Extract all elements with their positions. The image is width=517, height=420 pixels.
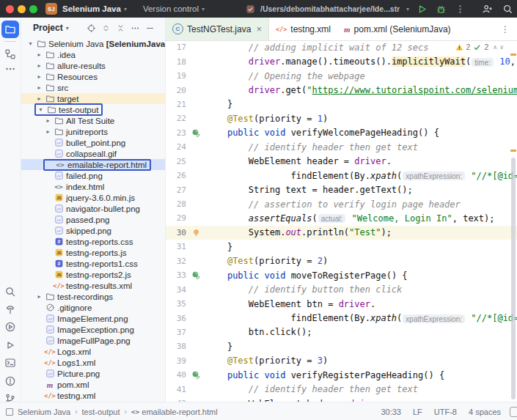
chevron-spacer[interactable]	[43, 271, 53, 278]
breadcrumb-emailable-report-html[interactable]: emailable-report.html	[142, 408, 217, 416]
tree-item-imageelement-png[interactable]: ImageElement.png	[21, 313, 165, 324]
code-line-25[interactable]: 25 WebElement header = driver.	[166, 155, 517, 169]
tree-item-test-recordings[interactable]: ▸test-recordings	[21, 291, 165, 302]
tree-item-logs1-xml[interactable]: </>Logs1.xml	[21, 357, 165, 368]
line-number[interactable]: 23	[166, 128, 186, 138]
chevron-spacer[interactable]	[45, 161, 54, 168]
problems-tool-button[interactable]	[1, 372, 19, 390]
line-number[interactable]: 32	[166, 257, 186, 266]
tab-pom-xml-seleniumjava[interactable]: mpom.xml (SeleniumJava)	[337, 18, 458, 40]
chevron-spacer[interactable]	[43, 150, 53, 157]
chevron-spacer[interactable]	[43, 249, 53, 256]
code-line-32[interactable]: 32 @Test(priority = 2)	[166, 254, 517, 268]
tree-item-target[interactable]: ▸target	[21, 93, 165, 104]
code-line-24[interactable]: 24 // identify header then get text	[166, 140, 517, 154]
chevron-spacer[interactable]	[43, 216, 53, 223]
breadcrumb-selenium-java[interactable]: Selenium Java	[18, 408, 70, 416]
tree-item-selenium-java[interactable]: ▾Selenium Java [SeleniumJava]~/IdeaProje…	[21, 38, 165, 49]
minimize-window-button[interactable]	[18, 5, 26, 13]
chevron-open-icon[interactable]: ▾	[26, 40, 35, 47]
chevron-closed-icon[interactable]: ▸	[43, 128, 53, 135]
code-line-36[interactable]: 36 findElement(By.xpath(xpathExpression:…	[166, 311, 517, 325]
tree-item-emailable-report-html[interactable]: <>emailable-report.html	[21, 159, 165, 170]
chevron-closed-icon[interactable]: ▸	[34, 95, 44, 102]
chevron-closed-icon[interactable]: ▸	[34, 293, 44, 300]
code-line-40[interactable]: 40 public void verifyRegisterPageHeading…	[166, 368, 517, 382]
line-number[interactable]: 38	[166, 342, 186, 351]
tree-item-test-output[interactable]: ▾test-output	[21, 104, 165, 115]
line-number[interactable]: 35	[166, 299, 186, 309]
tree-item-allure-results[interactable]: ▸allure-results	[21, 60, 165, 71]
code-line-33[interactable]: 33 public void moveToRegisterPage() {	[166, 268, 517, 282]
debug-button[interactable]	[435, 3, 447, 15]
line-number[interactable]: 39	[166, 356, 186, 366]
tree-item-logs-xml[interactable]: </>Logs.xml	[21, 346, 165, 357]
chevron-closed-icon[interactable]: ▸	[34, 51, 44, 58]
line-number[interactable]: 29	[166, 213, 186, 223]
line-number[interactable]: 27	[166, 185, 186, 195]
code-line-31[interactable]: 31 }	[166, 240, 517, 254]
line-number[interactable]: 37	[166, 328, 186, 337]
tree-item-all-test-suite[interactable]: ▸All Test Suite	[21, 115, 165, 126]
inspections-widget[interactable]: 2 2 ∧∨	[453, 42, 508, 52]
line-number[interactable]: 30	[166, 228, 186, 237]
tree-item-bullet-point-png[interactable]: bullet_point.png	[21, 137, 165, 148]
tree-item-passed-png[interactable]: passed.png	[21, 214, 165, 225]
project-tool-button[interactable]	[1, 21, 19, 38]
chevron-spacer[interactable]	[43, 139, 53, 146]
services-tool-button[interactable]	[1, 318, 19, 336]
tree-item-testng-reports1-css[interactable]: #testng-reports1.css	[21, 258, 165, 269]
code-line-21[interactable]: 21 }	[166, 97, 517, 111]
tree-item-pom-xml[interactable]: mpom.xml	[21, 379, 165, 390]
chevron-closed-icon[interactable]: ▸	[34, 84, 44, 91]
line-number[interactable]: 21	[166, 100, 186, 109]
chevron-spacer[interactable]	[34, 370, 44, 377]
chevron-spacer[interactable]	[34, 326, 44, 333]
line-number[interactable]: 24	[166, 142, 186, 152]
locate-icon[interactable]	[87, 23, 96, 33]
line-number[interactable]: 18	[166, 57, 186, 67]
zoom-window-button[interactable]	[29, 5, 37, 13]
tree-item-picture-png[interactable]: Picture.png	[21, 368, 165, 379]
project-panel-title[interactable]: Project	[33, 23, 63, 33]
tree-item-failed-png[interactable]: failed.png	[21, 170, 165, 181]
tree-item-jquery-3-6-0-min-js[interactable]: JSjquery-3.6.0.min.js	[21, 192, 165, 203]
tree-item-src[interactable]: ▸src	[21, 82, 165, 93]
caret-position[interactable]: 30:33	[381, 408, 401, 416]
code-line-38[interactable]: 38 }	[166, 339, 517, 353]
chevron-spacer[interactable]	[34, 392, 44, 399]
tree-item-navigator-bullet-png[interactable]: navigator-bullet.png	[21, 203, 165, 214]
code-line-26[interactable]: 26 findElement(By.xpath(xpathExpression:…	[166, 169, 517, 183]
tab-testngtest-java[interactable]: CTestNGTest.java×	[166, 18, 269, 40]
tree-item-resources[interactable]: ▸Resources	[21, 71, 165, 82]
line-number[interactable]: 25	[166, 157, 186, 166]
close-icon[interactable]: ×	[256, 23, 262, 34]
tree-item-imageexception-png[interactable]: ImageException.png	[21, 324, 165, 335]
indent-setting[interactable]: 4 spaces	[469, 408, 501, 416]
more-icon[interactable]	[131, 23, 140, 33]
code-with-me-button[interactable]	[481, 3, 494, 15]
line-number[interactable]: 22	[166, 114, 186, 123]
inspection-nav-arrows[interactable]: ∧∨	[493, 44, 506, 51]
expand-all-icon[interactable]	[101, 23, 111, 33]
code-editor[interactable]: 17 // adding implicit wait of 12 secs18 …	[166, 40, 517, 402]
line-number[interactable]: 33	[166, 270, 186, 280]
chevron-spacer[interactable]	[34, 304, 44, 311]
code-line-22[interactable]: 22 @Test(priority = 1)	[166, 111, 517, 125]
search-tool-button[interactable]	[1, 283, 19, 301]
code-line-39[interactable]: 39 @Test(priority = 3)	[166, 354, 517, 368]
chevron-spacer[interactable]	[34, 315, 44, 322]
line-number[interactable]: 41	[166, 385, 186, 394]
code-line-35[interactable]: 35 WebElement btn = driver.	[166, 297, 517, 311]
hide-icon[interactable]	[145, 23, 155, 33]
chevron-spacer[interactable]	[34, 348, 44, 355]
tree-item-testng-reports-css[interactable]: #testng-reports.css	[21, 236, 165, 247]
chevron-spacer[interactable]	[43, 194, 53, 201]
terminal-tool-button[interactable]	[1, 354, 19, 372]
chevron-closed-icon[interactable]: ▸	[43, 117, 53, 124]
chevron-spacer[interactable]	[34, 359, 44, 366]
run-tool-button[interactable]	[1, 336, 19, 354]
tree-item-testng-reports-js[interactable]: JStestng-reports.js	[21, 247, 165, 258]
code-line-34[interactable]: 34 // identify button then click	[166, 282, 517, 296]
breadcrumb-test-output[interactable]: test-output	[82, 408, 120, 416]
